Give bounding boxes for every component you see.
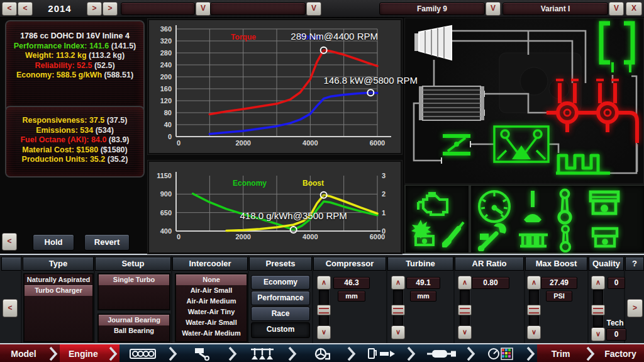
- intercooler-option-water-air-medium[interactable]: Water-Air Medium: [176, 328, 247, 339]
- header-compressor: Compressor: [313, 257, 386, 271]
- max-boost-value: 27.49: [541, 277, 577, 289]
- quality-value: 0: [608, 277, 625, 289]
- bearing-listbox[interactable]: Journal Bearing Ball Bearing: [97, 314, 170, 342]
- back-arrow-button[interactable]: <: [2, 233, 17, 251]
- turbo-setup-listbox[interactable]: Single Turbo: [97, 273, 170, 310]
- tab-chevron-icon: [345, 344, 358, 362]
- throttle-icon: [443, 134, 470, 156]
- intercooler-option-water-air-small[interactable]: Water-Air Small: [176, 317, 247, 328]
- tab-top-end[interactable]: [239, 344, 286, 362]
- turbine-slider-handle[interactable]: [391, 305, 405, 315]
- quality-down-button[interactable]: ∨: [591, 327, 605, 341]
- year-next-button[interactable]: >: [87, 2, 102, 16]
- close-icon[interactable]: X: [626, 2, 642, 16]
- max-boost-slider-handle[interactable]: [527, 305, 541, 315]
- ar-ratio-down-button[interactable]: ∨: [458, 325, 472, 339]
- svg-text:6000: 6000: [370, 139, 385, 147]
- tab-dyno-results[interactable]: [477, 344, 525, 362]
- variant-expand-button[interactable]: V: [609, 2, 624, 16]
- conrod-icon: [554, 188, 575, 225]
- family-expand-button[interactable]: V: [486, 2, 501, 16]
- dropdown-2-expand-button[interactable]: V: [306, 2, 321, 16]
- svg-text:240: 240: [160, 61, 172, 69]
- compressor-slider-handle[interactable]: [317, 305, 331, 315]
- svg-text:280: 280: [160, 49, 172, 57]
- valve-icon: [520, 189, 545, 223]
- tab-bottom-end[interactable]: [179, 344, 226, 362]
- quality-slider-handle[interactable]: [591, 305, 605, 315]
- aspiration-type-listbox[interactable]: Naturally Aspirated Turbo Charger: [23, 273, 94, 342]
- max-boost-unit: PSI: [546, 291, 572, 302]
- hold-button[interactable]: Hold: [33, 234, 74, 251]
- max-boost-down-button[interactable]: ∨: [527, 325, 541, 339]
- svg-text:2000: 2000: [235, 139, 250, 147]
- intercooler-option-water-air-tiny[interactable]: Water-Air Tiny: [176, 307, 247, 317]
- year-prev-fast-button[interactable]: <: [2, 2, 17, 16]
- svg-text:6000: 6000: [370, 233, 385, 240]
- svg-text:0: 0: [168, 133, 172, 140]
- ar-ratio-up-button[interactable]: ∧: [458, 276, 472, 290]
- header-ar-ratio: AR Ratio: [455, 257, 524, 271]
- compressor-down-button[interactable]: ∨: [317, 325, 331, 339]
- intercooler-option-air-air-medium[interactable]: Air-Air Medium: [176, 296, 247, 307]
- svg-text:120: 120: [160, 97, 172, 105]
- header-presets: Presets: [249, 257, 312, 271]
- tab-engine[interactable]: Engine: [60, 344, 107, 362]
- dropdown-1[interactable]: [121, 3, 195, 15]
- svg-text:360: 360: [160, 25, 172, 33]
- tab-engine-block[interactable]: [119, 344, 167, 362]
- quality-up-button[interactable]: ∧: [591, 276, 605, 290]
- ar-ratio-slider-handle[interactable]: [458, 305, 472, 315]
- setup-option-single-turbo[interactable]: Single Turbo: [99, 274, 169, 285]
- variant-dropdown[interactable]: Variant I: [502, 3, 608, 15]
- svg-text:289 Nm@4400 RPM: 289 Nm@4400 RPM: [291, 31, 378, 42]
- engine-schematic: [405, 18, 643, 183]
- economy-boost-chart: 400650900115001230200040006000EconomyBoo…: [149, 162, 398, 250]
- detail-stats-panel: Responsiveness: 37.5 (37.5) Emissions: 5…: [5, 106, 145, 178]
- header-setup: Setup: [95, 257, 171, 271]
- preset-economy-button[interactable]: Economy: [251, 275, 310, 290]
- compressor-up-button[interactable]: ∧: [317, 276, 331, 290]
- tab-exhaust[interactable]: [418, 344, 465, 362]
- preset-race-button[interactable]: Race: [251, 307, 310, 321]
- tab-model[interactable]: Model: [0, 344, 47, 362]
- intercooler-listbox[interactable]: None Air-Air Small Air-Air Medium Water-…: [175, 273, 248, 342]
- dropdown-2[interactable]: [210, 3, 306, 15]
- year-prev-button[interactable]: <: [18, 2, 33, 16]
- bearing-option-journal[interactable]: Journal Bearing: [99, 315, 169, 325]
- check-engine-icon: [416, 189, 451, 217]
- type-option-naturally-aspirated[interactable]: Naturally Aspirated: [25, 274, 92, 285]
- family-dropdown[interactable]: Family 9: [379, 3, 485, 15]
- dropdown-1-expand-button[interactable]: V: [196, 2, 211, 16]
- preset-performance-button[interactable]: Performance: [251, 291, 310, 305]
- type-option-turbo-charger[interactable]: Turbo Charger: [25, 285, 92, 296]
- svg-text:320: 320: [160, 37, 172, 45]
- intercooler-option-none[interactable]: None: [176, 274, 247, 285]
- svg-text:900: 900: [160, 190, 172, 198]
- tab-chevron-icon: [405, 344, 418, 362]
- revert-button[interactable]: Revert: [84, 234, 130, 251]
- help-button[interactable]: ?: [625, 257, 644, 271]
- tab-trim[interactable]: Trim: [537, 344, 584, 362]
- tab-factory[interactable]: Factory: [597, 344, 644, 362]
- year-next-fast-button[interactable]: >: [103, 2, 118, 16]
- turbo-icon: [314, 346, 330, 361]
- turbine-down-button[interactable]: ∨: [391, 325, 405, 339]
- max-boost-up-button[interactable]: ∧: [527, 276, 541, 290]
- preset-custom-button[interactable]: Custom: [251, 322, 310, 338]
- turbine-up-button[interactable]: ∧: [391, 276, 405, 290]
- tab-chevron-icon: [465, 344, 477, 362]
- tab-chevron-icon: [107, 344, 119, 362]
- engine-status-icons-left: [404, 184, 470, 254]
- aspiration-next-button[interactable]: >: [627, 299, 643, 317]
- air-filter-icon: [414, 26, 452, 60]
- svg-text:200: 200: [160, 73, 172, 81]
- intercooler-option-air-air-small[interactable]: Air-Air Small: [176, 285, 247, 296]
- aspiration-settings-panel: Type Setup Intercooler Presets Compresso…: [0, 254, 644, 344]
- bearing-option-ball[interactable]: Ball Bearing: [99, 325, 169, 336]
- tab-aspiration[interactable]: [299, 344, 346, 362]
- tab-fuel-system[interactable]: [358, 344, 405, 362]
- engine-designer-screen: < < 2014 > > V V Family 9 V Variant I V …: [0, 0, 644, 362]
- aspiration-prev-button[interactable]: <: [3, 299, 18, 317]
- performance-index-row: Performance Index: 141.6 (141.5): [6, 42, 143, 52]
